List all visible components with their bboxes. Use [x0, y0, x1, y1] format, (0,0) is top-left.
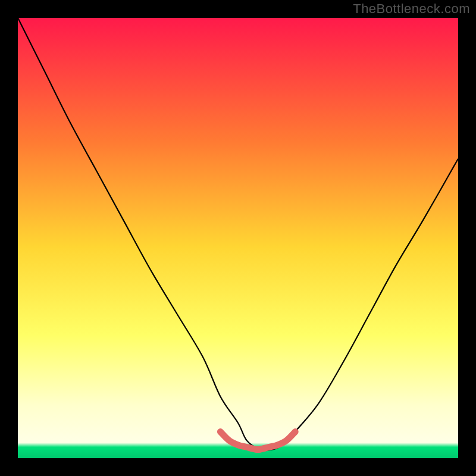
plot-area	[18, 18, 458, 458]
chart-svg	[18, 18, 458, 458]
watermark-text: TheBottleneck.com	[353, 1, 470, 17]
chart-frame: TheBottleneck.com	[0, 0, 476, 476]
gradient-background	[18, 18, 458, 458]
